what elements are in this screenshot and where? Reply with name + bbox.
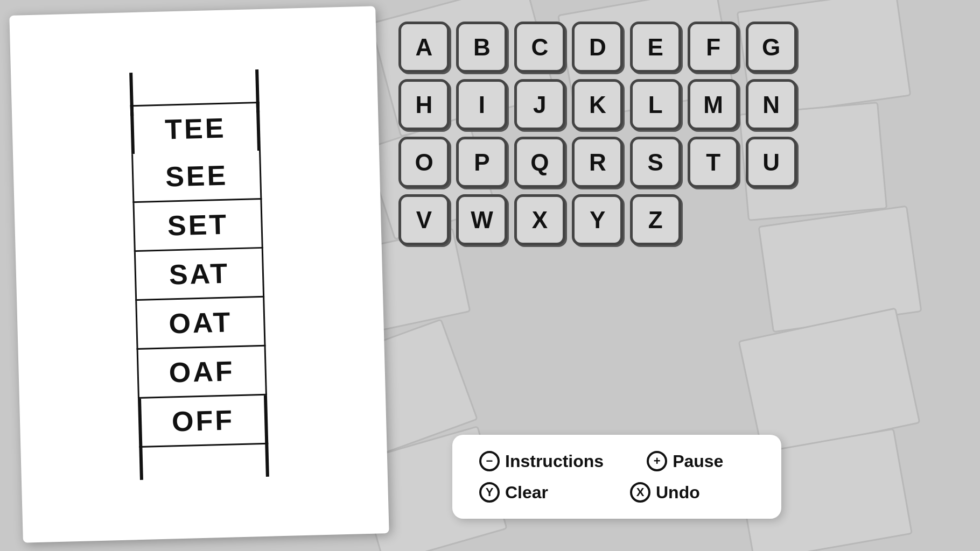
- word-tee: TEE: [130, 101, 261, 153]
- key-x[interactable]: X: [514, 194, 565, 245]
- key-w[interactable]: W: [456, 194, 507, 245]
- pause-label: Pause: [673, 451, 723, 471]
- pause-icon: +: [647, 451, 667, 471]
- undo-button[interactable]: X Undo: [630, 482, 738, 503]
- key-j[interactable]: J: [514, 79, 565, 130]
- key-l[interactable]: L: [630, 79, 681, 130]
- instructions-button[interactable]: − Instructions: [479, 451, 604, 471]
- key-h[interactable]: H: [398, 79, 450, 130]
- key-q[interactable]: Q: [514, 137, 565, 188]
- pause-button[interactable]: + Pause: [647, 451, 754, 471]
- key-e[interactable]: E: [630, 22, 681, 73]
- word-see: SEE: [131, 150, 262, 202]
- controls-row-2: Y Clear X Undo: [479, 482, 754, 503]
- keyboard-grid: ABCDEFGHIJKLMNOPQRSTUVWXYZ: [398, 22, 797, 245]
- key-r[interactable]: R: [572, 137, 623, 188]
- key-p[interactable]: P: [456, 137, 507, 188]
- key-v[interactable]: V: [398, 194, 450, 245]
- key-o[interactable]: O: [398, 137, 450, 188]
- key-i[interactable]: I: [456, 79, 507, 130]
- paper-card: TEE SEE SET SAT OAT OAF OFF: [9, 6, 389, 542]
- key-u[interactable]: U: [746, 137, 797, 188]
- undo-label: Undo: [656, 483, 700, 503]
- key-k[interactable]: K: [572, 79, 623, 130]
- key-s[interactable]: S: [630, 137, 681, 188]
- key-g[interactable]: G: [746, 22, 797, 73]
- controls-row-1: − Instructions + Pause: [479, 451, 754, 471]
- controls-panel: − Instructions + Pause Y Clear X Undo: [452, 435, 781, 519]
- clear-label: Clear: [505, 483, 548, 503]
- keyboard-area: ABCDEFGHIJKLMNOPQRSTUVWXYZ: [398, 22, 969, 245]
- word-sat: SAT: [134, 248, 264, 300]
- word-off: OFF: [138, 395, 268, 447]
- word-ladder: TEE SEE SET SAT OAT OAF OFF: [130, 101, 269, 447]
- instructions-icon: −: [479, 451, 500, 471]
- key-y[interactable]: Y: [572, 194, 623, 245]
- key-z[interactable]: Z: [630, 194, 681, 245]
- clear-button[interactable]: Y Clear: [479, 482, 587, 503]
- key-b[interactable]: B: [456, 22, 507, 73]
- key-m[interactable]: M: [688, 79, 739, 130]
- key-c[interactable]: C: [514, 22, 565, 73]
- key-f[interactable]: F: [688, 22, 739, 73]
- word-oat: OAT: [135, 297, 265, 349]
- key-a[interactable]: A: [398, 22, 450, 73]
- key-d[interactable]: D: [572, 22, 623, 73]
- word-set: SET: [132, 199, 263, 251]
- key-n[interactable]: N: [746, 79, 797, 130]
- word-oaf: OAF: [137, 346, 267, 398]
- clear-icon: Y: [479, 482, 500, 503]
- undo-icon: X: [630, 482, 650, 503]
- instructions-label: Instructions: [505, 451, 604, 471]
- key-t[interactable]: T: [688, 137, 739, 188]
